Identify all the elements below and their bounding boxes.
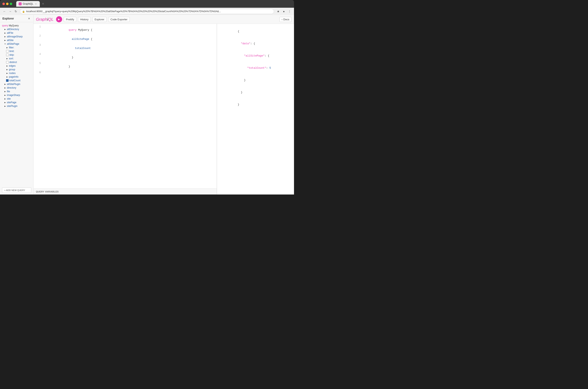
tree-item-allSite[interactable]: allSite [0,38,33,42]
line-content: } [43,53,215,62]
tree-item-group[interactable]: group [0,68,33,71]
tree-item-sitePage[interactable]: sitePage [0,101,33,104]
tree-item-allSitePage[interactable]: allSitePage [0,42,33,46]
maximize-window-button[interactable] [10,3,12,5]
chevron-right-icon [6,58,8,60]
query-keyword: query [2,24,8,27]
prettify-button[interactable]: Prettify [64,17,76,22]
chevron-right-icon [4,28,6,30]
checkbox-checked-icon [6,79,8,82]
tree-item-pageInfo[interactable]: pageInfo [0,75,33,79]
line-number: 3 [35,44,41,47]
explorer-title: Explorer [2,17,14,20]
query-declaration: query MyQuery [0,24,33,28]
run-query-button[interactable]: ▶ [56,16,62,22]
add-new-query-button[interactable]: + ADD NEW QUERY [2,188,31,193]
tree-item-edges[interactable]: edges [0,64,33,68]
editor-content[interactable]: 1 query MyQuery { 2 allSitePage { [33,24,217,188]
back-button[interactable]: ← [2,9,6,13]
graphiql-logo: GraphiQL [36,17,54,22]
tree-item-totalCount[interactable]: totalCount [0,79,33,82]
tree-item-directory[interactable]: directory [0,86,33,90]
close-window-button[interactable] [2,3,5,5]
tree-item-label: site [7,97,11,100]
explorer-sidebar: Explorer × query MyQuery allDirectory [0,15,33,194]
tree-item-allImageSharp[interactable]: allImageSharp [0,35,33,38]
explorer-header: Explorer × [0,15,33,22]
field-token: totalCount [69,47,91,50]
url-text: localhost:8000/__graphql?query=query%20M… [26,10,272,13]
address-bar-actions: ★ ● ⋮ [276,9,292,13]
tab-bar: G GraphiQL × + [16,1,292,7]
menu-button[interactable]: ⋮ [287,9,292,13]
query-editor[interactable]: 1 query MyQuery { 2 allSitePage { [33,24,217,194]
code-line-3: 3 totalCount [33,44,217,53]
profile-button[interactable]: ● [282,9,286,13]
tree-item-nodes[interactable]: nodes [0,71,33,75]
graphiql-toolbar: GraphiQL ▶ Prettify History Explorer Cod… [33,15,294,24]
active-tab[interactable]: G GraphiQL × [16,1,40,7]
tab-label: GraphiQL [23,2,33,5]
tree-item-filter[interactable]: filter: [0,46,33,49]
tree-item-sitePlugin[interactable]: sitePlugin [0,104,33,108]
result-colon: : [266,66,269,69]
tree-item-allSitePlugin[interactable]: allSitePlugin [0,82,33,86]
tree-item-allFile[interactable]: allFile [0,31,33,35]
query-variables-label: QUERY VARIABLES [36,191,59,193]
refresh-button[interactable]: ↻ [14,9,18,13]
docs-label: Docs [283,18,289,21]
tree-item-imageSharp[interactable]: imageSharp [0,93,33,97]
brace: { [89,38,92,41]
nav-buttons: ← → ↻ [2,9,18,13]
tree-item-label: distinct [9,61,17,64]
checkbox-icon [6,54,8,56]
result-number: 5 [269,66,271,69]
new-tab-button[interactable]: + [41,1,46,6]
tree-item-label: allImageSharp [7,35,23,38]
field-token: allSitePage [69,38,89,41]
forward-button[interactable]: → [8,9,12,13]
explorer-button[interactable]: Explorer [92,17,107,22]
tree-item-distinct[interactable]: distinct [0,60,33,64]
tab-close-button[interactable]: × [34,2,37,5]
chevron-left-icon: ‹ [282,18,282,21]
result-brace: { [238,30,239,33]
tree-item-label: allFile [7,32,13,34]
result-line-4: "totalCount": 5 [219,62,292,74]
title-bar: G GraphiQL × + [0,0,294,8]
bookmark-button[interactable]: ★ [276,9,280,13]
tree-item-label: allDirectory [7,28,19,31]
tree-item-site[interactable]: site [0,97,33,101]
code-line-4: 4 } [33,53,217,62]
tree-item-limit[interactable]: limit: [0,49,33,53]
brace: { [89,29,92,32]
result-line-7: } [219,98,292,111]
chevron-right-icon [6,65,8,67]
tree-item-label: allSitePage [7,42,19,45]
code-exporter-button[interactable]: Code Exporter [108,17,130,22]
url-bar[interactable]: 🔒 localhost:8000/__graphql?query=query%2… [20,9,274,14]
tree-item-label: pageInfo [9,75,19,78]
docs-button[interactable]: ‹ Docs [280,17,292,22]
tree-item-skip[interactable]: skip: [0,53,33,57]
minimize-window-button[interactable] [6,3,8,5]
tree-item-sort[interactable]: sort: [0,57,33,60]
line-content: } [43,62,215,71]
tree-item-allDirectory[interactable]: allDirectory [0,28,33,31]
result-brace: } [238,91,242,94]
tree-item-file[interactable]: file [0,90,33,93]
tree-item-label: sitePlugin [7,105,17,107]
history-button[interactable]: History [78,17,90,22]
query-name-token: MyQuery [78,29,89,32]
line-number: 4 [35,53,41,56]
query-name: MyQuery [9,24,19,27]
chevron-right-icon [4,91,6,93]
chevron-right-icon [4,87,6,89]
query-variables-bar[interactable]: QUERY VARIABLES [33,188,217,194]
tab-favicon: G [19,2,22,5]
code-line-5: 5 } [33,62,217,71]
explorer-close-button[interactable]: × [27,17,31,20]
tree-item-label: directory [7,86,16,89]
chevron-right-icon [4,105,6,107]
tree-item-label: imageSharp [7,94,20,97]
